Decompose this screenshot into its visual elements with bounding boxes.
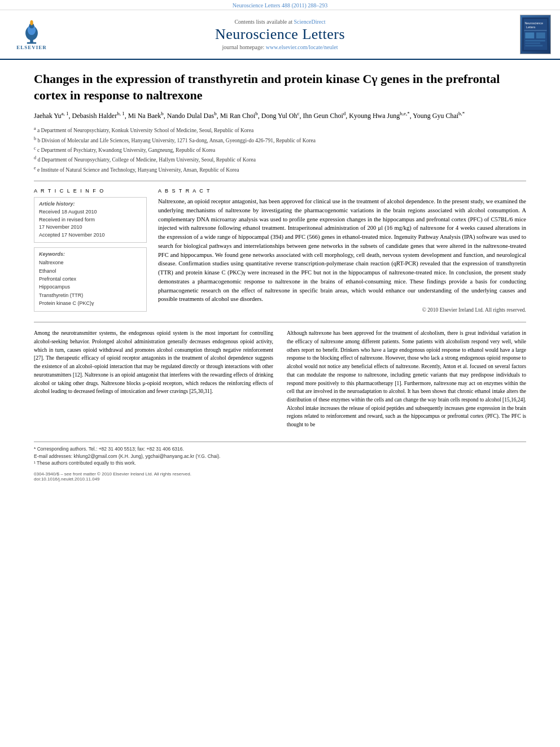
author-nando: Nando Dulal Dasb bbox=[167, 112, 217, 120]
article-info-heading: A R T I C L E I N F O bbox=[34, 188, 147, 194]
divider-1 bbox=[34, 181, 526, 181]
body-text-columns: Among the neurotransmitter systems, the … bbox=[34, 329, 526, 433]
kw-2: Ethanol bbox=[39, 267, 142, 275]
divider-2 bbox=[34, 322, 526, 322]
journal-title-area: Contents lists available at ScienceDirec… bbox=[54, 19, 506, 50]
article-history-box: Article history: Received 18 August 2010… bbox=[34, 197, 147, 243]
footnote-equal: ¹ These authors contributed equally to t… bbox=[34, 460, 526, 467]
affil-c: c c Department of Psychiatry, Kwandong U… bbox=[34, 145, 526, 154]
author-jaehak: Jaehak Yua, 1 bbox=[34, 112, 69, 120]
issn-line: 0304-3940/$ – see front matter © 2010 El… bbox=[34, 471, 526, 477]
svg-rect-14 bbox=[525, 42, 540, 44]
doi-line: doi:10.1016/j.neulet.2010.11.049 bbox=[34, 477, 526, 482]
info-abstract-section: A R T I C L E I N F O Article history: R… bbox=[34, 188, 526, 313]
svg-rect-5 bbox=[27, 42, 36, 44]
affil-d: d d Department of Neuropsychiatry, Colle… bbox=[34, 155, 526, 164]
accepted-line: Accepted 17 November 2010 bbox=[39, 231, 142, 239]
footnotes-section: * Corresponding authors. Tel.: +82 31 40… bbox=[34, 442, 526, 467]
author-debasish: Debasish Halderb, 1 bbox=[72, 112, 125, 120]
journal-cover-thumbnail: Neuroscience Letters bbox=[506, 15, 551, 54]
content-list-line: Contents lists available at ScienceDirec… bbox=[54, 19, 506, 25]
abstract-heading: A B S T R A C T bbox=[158, 188, 526, 194]
kw-1: Naltrexone bbox=[39, 259, 142, 267]
article-history-label: Article history: bbox=[39, 201, 142, 207]
author-miran: Mi Ran Choib bbox=[220, 112, 258, 120]
author-kyounghwa: Kyoung Hwa Jungb,e,* bbox=[349, 112, 410, 120]
svg-text:Letters: Letters bbox=[526, 25, 536, 29]
journal-header: ELSEVIER Contents lists available at Sci… bbox=[0, 10, 560, 60]
keywords-label: Keywords: bbox=[39, 251, 142, 257]
received-2b: 17 November 2010 bbox=[39, 224, 142, 231]
author-mina: Mi Na Baekb bbox=[128, 112, 164, 120]
kw-3: Prefrontal cortex bbox=[39, 275, 142, 283]
journal-homepage: journal homepage: www.elsevier.com/locat… bbox=[54, 44, 506, 50]
author-dongyul: Dong Yul Ohc bbox=[261, 112, 300, 120]
kw-6: Protein kinase C (PKC)γ bbox=[39, 299, 142, 307]
svg-rect-13 bbox=[525, 40, 545, 42]
elsevier-logo: ELSEVIER bbox=[16, 19, 47, 50]
received-2: Received in revised form bbox=[39, 216, 142, 224]
kw-4: Hippocampus bbox=[39, 283, 142, 291]
article-info-column: A R T I C L E I N F O Article history: R… bbox=[34, 188, 147, 313]
journal-cover-image: Neuroscience Letters bbox=[520, 15, 551, 54]
sciencedirect-link[interactable]: ScienceDirect bbox=[294, 19, 325, 25]
main-content-area: Changes in the expression of transthyret… bbox=[0, 60, 560, 493]
svg-rect-15 bbox=[525, 45, 542, 47]
abstract-text: Naltrexone, an opioid receptor antagonis… bbox=[158, 197, 526, 304]
received-1: Received 18 August 2010 bbox=[39, 208, 142, 216]
kw-5: Transthyretin (TTR) bbox=[39, 291, 142, 299]
author-ihngeun: Ihn Geun Choid bbox=[303, 112, 345, 120]
svg-point-4 bbox=[30, 20, 33, 25]
homepage-url[interactable]: www.elsevier.com/locate/neulet bbox=[266, 44, 338, 50]
footnote-corresponding: * Corresponding authors. Tel.: +82 31 40… bbox=[34, 445, 526, 453]
elsevier-text: ELSEVIER bbox=[16, 45, 47, 50]
body-right-text: Although naltrexone has been approved fo… bbox=[287, 329, 526, 429]
svg-rect-11 bbox=[525, 32, 534, 38]
copyright-line: © 2010 Elsevier Ireland Ltd. All rights … bbox=[158, 307, 526, 313]
body-left-column: Among the neurotransmitter systems, the … bbox=[34, 329, 273, 433]
affil-e: e e Institute of Natural Science and Tec… bbox=[34, 165, 526, 174]
svg-rect-12 bbox=[536, 32, 545, 38]
body-left-text: Among the neurotransmitter systems, the … bbox=[34, 329, 273, 396]
body-right-column: Although naltrexone has been approved fo… bbox=[287, 329, 526, 433]
author-younggyu: Young Gyu Chaib,* bbox=[413, 112, 465, 120]
article-title: Changes in the expression of transthyret… bbox=[34, 71, 526, 103]
affiliations: a a Department of Neuropsychiatry, Konku… bbox=[34, 125, 526, 174]
journal-title: Neuroscience Letters bbox=[54, 26, 506, 43]
abstract-column: A B S T R A C T Naltrexone, an opioid re… bbox=[158, 188, 526, 313]
bottom-publication-info: 0304-3940/$ – see front matter © 2010 El… bbox=[34, 471, 526, 482]
elsevier-logo-area: ELSEVIER bbox=[9, 19, 54, 50]
journal-reference: Neuroscience Letters 488 (2011) 288–293 bbox=[233, 2, 327, 8]
authors-line: Jaehak Yua, 1, Debasish Halderb, 1, Mi N… bbox=[34, 110, 526, 121]
keywords-box: Keywords: Naltrexone Ethanol Prefrontal … bbox=[34, 247, 147, 311]
affil-a: a a Department of Neuropsychiatry, Konku… bbox=[34, 125, 526, 134]
journal-reference-bar: Neuroscience Letters 488 (2011) 288–293 bbox=[0, 0, 560, 10]
svg-text:Neuroscience: Neuroscience bbox=[524, 21, 543, 25]
affil-b: b b Division of Molecular and Life Scien… bbox=[34, 136, 526, 145]
footnote-email: E-mail addresses: khlung2@gmail.com (K.H… bbox=[34, 453, 526, 460]
